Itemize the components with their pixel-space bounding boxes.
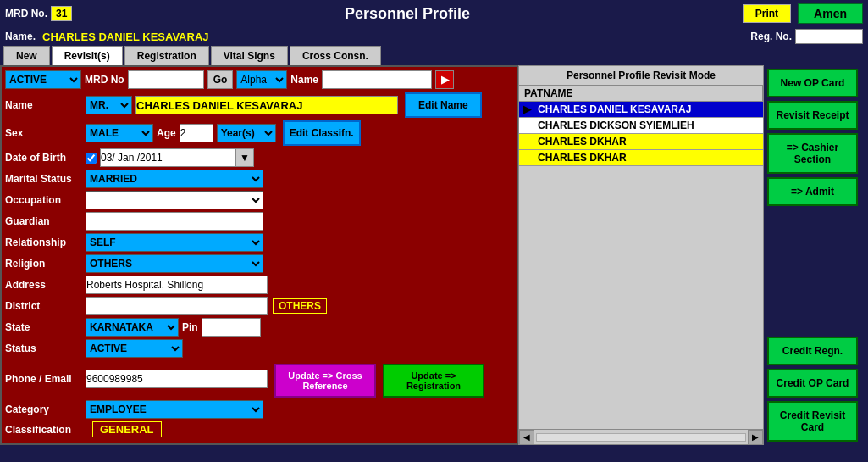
tab-registration[interactable]: Registration: [124, 46, 209, 65]
age-input[interactable]: [180, 124, 213, 142]
cashier-section-button[interactable]: => Cashier Section: [767, 133, 858, 174]
religion-field-label: Religion: [5, 258, 86, 270]
marital-field-label: Marital Status: [5, 173, 86, 185]
patient-name-cell: CHARLES DICKSON SYIEMLIEH: [534, 118, 763, 133]
mrd-label: MRD No.: [5, 8, 47, 19]
guardian-input[interactable]: [86, 212, 263, 231]
category-select[interactable]: EMPLOYEE: [86, 400, 263, 419]
category-field-label: Category: [5, 404, 86, 415]
scroll-track: [536, 433, 746, 442]
update-cross-button[interactable]: Update => Cross Reference: [274, 364, 376, 398]
admit-button[interactable]: => Admit: [767, 177, 858, 206]
name-prefix-select[interactable]: MR.: [86, 96, 132, 114]
update-reg-button[interactable]: Update => Registration: [383, 364, 484, 398]
sex-field-label: Sex: [5, 127, 86, 139]
tab-revisit[interactable]: Revisit(s): [52, 46, 123, 65]
mrd-go-button[interactable]: Go: [207, 70, 234, 89]
mrd-number: 31: [51, 6, 72, 21]
religion-select[interactable]: OTHERS: [86, 254, 263, 273]
status-field-select[interactable]: ACTIVE: [86, 339, 183, 358]
phone-input[interactable]: [86, 370, 268, 388]
patient-name-cell: CHARLES DANIEL KESAVARAJ: [534, 102, 763, 117]
reg-number-input[interactable]: [795, 29, 863, 44]
occupation-select[interactable]: [86, 191, 263, 209]
pin-input[interactable]: [202, 318, 261, 337]
tab-new[interactable]: New: [3, 46, 50, 65]
classification-field-label: Classification: [5, 424, 86, 436]
name-full-input[interactable]: [135, 96, 398, 114]
edit-classifn-button[interactable]: Edit Classifn.: [283, 120, 361, 146]
credit-regn-button[interactable]: Credit Regn.: [767, 337, 858, 365]
tab-cross-consn[interactable]: Cross Consn.: [290, 46, 381, 65]
others-badge: OTHERS: [273, 298, 327, 314]
years-select[interactable]: Year(s): [217, 124, 276, 142]
middle-panel-header: Personnel Profile Revisit Mode: [519, 66, 763, 86]
table-row[interactable]: CHARLES DKHAR: [519, 134, 763, 150]
address-input[interactable]: [86, 276, 268, 294]
alpha-select[interactable]: Alpha: [236, 70, 287, 89]
horizontal-scrollbar[interactable]: ◀ ▶: [519, 429, 763, 444]
dob-checkbox[interactable]: [86, 153, 97, 164]
scroll-right-button[interactable]: ▶: [748, 430, 763, 445]
marital-select[interactable]: MARRIED: [86, 170, 263, 188]
table-row[interactable]: CHARLES DKHAR: [519, 150, 763, 166]
district-field-label: District: [5, 300, 86, 312]
name-label: Name.: [5, 31, 36, 42]
table-row[interactable]: ▶ CHARLES DANIEL KESAVARAJ: [519, 102, 763, 118]
name-filter-label: Name: [290, 74, 318, 86]
patient-name-cell: CHARLES DKHAR: [534, 150, 763, 165]
relationship-field-label: Relationship: [5, 237, 86, 248]
general-badge: GENERAL: [92, 421, 162, 437]
row-arrow-icon: ▶: [519, 103, 534, 115]
tab-vital-signs[interactable]: Vital Signs: [211, 46, 288, 65]
dob-dropdown-button[interactable]: ▼: [235, 148, 254, 167]
relationship-select[interactable]: SELF: [86, 233, 263, 252]
state-select[interactable]: KARNATAKA: [86, 318, 179, 337]
patient-table: ▶ CHARLES DANIEL KESAVARAJ CHARLES DICKS…: [519, 102, 763, 429]
reg-label: Reg. No.: [750, 31, 792, 42]
address-field-label: Address: [5, 279, 86, 291]
district-input[interactable]: [86, 297, 268, 315]
mrd-filter-input[interactable]: [128, 70, 204, 89]
pin-label: Pin: [182, 321, 198, 333]
name-field-label: Name: [5, 99, 86, 111]
patient-name: CHARLES DANIEL KESAVARAJ: [42, 31, 208, 43]
status-field-label: Status: [5, 342, 86, 354]
state-field-label: State: [5, 321, 86, 333]
dob-input[interactable]: [100, 148, 235, 167]
dob-field-label: Date of Birth: [5, 152, 86, 164]
scroll-left-button[interactable]: ◀: [519, 430, 534, 445]
status-filter-select[interactable]: ACTIVE: [5, 70, 81, 89]
name-filter-input[interactable]: charles d: [322, 70, 432, 89]
amen-button[interactable]: Amen: [798, 3, 863, 24]
page-title: Personnel Profile: [72, 5, 742, 23]
edit-name-button[interactable]: Edit Name: [405, 92, 482, 118]
occupation-field-label: Occupation: [5, 194, 86, 206]
mrd-filter-label: MRD No: [85, 74, 124, 86]
table-row[interactable]: CHARLES DICKSON SYIEMLIEH: [519, 118, 763, 134]
patname-col-header: PATNAME: [519, 86, 763, 101]
credit-revisit-card-button[interactable]: Credit Revisit Card: [767, 401, 858, 442]
patient-name-cell: CHARLES DKHAR: [534, 134, 763, 149]
new-op-card-button[interactable]: New OP Card: [767, 69, 858, 97]
revisit-receipt-button[interactable]: Revisit Receipt: [767, 101, 858, 130]
sex-select[interactable]: MALE: [86, 124, 153, 142]
phone-field-label: Phone / Email: [5, 373, 86, 385]
guardian-field-label: Guardian: [5, 215, 86, 227]
name-go-button[interactable]: ▶: [435, 70, 454, 89]
credit-op-card-button[interactable]: Credit OP Card: [767, 369, 858, 398]
print-button[interactable]: Print: [743, 4, 791, 23]
